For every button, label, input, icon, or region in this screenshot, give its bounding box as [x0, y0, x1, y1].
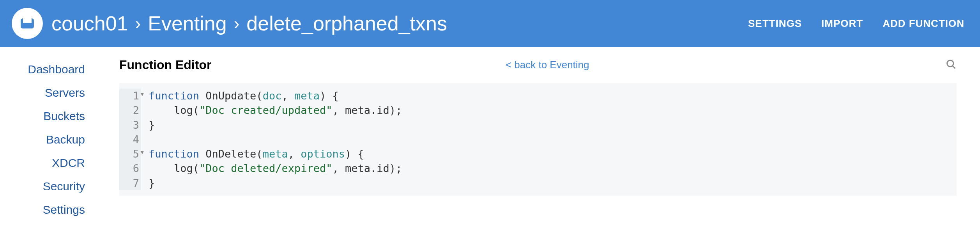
- line-number: 6: [119, 161, 141, 175]
- code-text[interactable]: log("Doc deleted/expired", meta.id);: [149, 161, 402, 175]
- code-line: 2 log("Doc created/updated", meta.id);: [119, 103, 957, 117]
- fold-gutter: [141, 118, 149, 132]
- back-to-eventing-link[interactable]: < back to Eventing: [506, 59, 589, 71]
- line-number: 5: [119, 147, 141, 161]
- sidebar-item-dashboard[interactable]: Dashboard: [0, 58, 101, 81]
- main-area: Dashboard Servers Buckets Backup XDCR Se…: [0, 47, 980, 222]
- code-line: 6 log("Doc deleted/expired", meta.id);: [119, 161, 957, 175]
- breadcrumb-section[interactable]: Eventing: [148, 12, 226, 35]
- line-number: 1: [119, 89, 141, 103]
- content-header: Function Editor < back to Eventing: [119, 58, 957, 72]
- line-number: 2: [119, 103, 141, 117]
- sidebar-item-servers[interactable]: Servers: [0, 81, 101, 105]
- line-number: 7: [119, 176, 141, 190]
- content-area: Function Editor < back to Eventing 1 ▼ f…: [101, 47, 980, 222]
- sidebar-item-xdcr[interactable]: XDCR: [0, 151, 101, 175]
- line-number: 4: [119, 132, 141, 147]
- header-actions: SETTINGS IMPORT ADD FUNCTION: [748, 18, 964, 30]
- code-line: 7 }: [119, 176, 957, 190]
- code-line: 1 ▼ function OnUpdate(doc, meta) {: [119, 89, 957, 103]
- code-line: 3 }: [119, 118, 957, 132]
- sidebar-nav: Dashboard Servers Buckets Backup XDCR Se…: [0, 47, 101, 222]
- breadcrumb: couch01 › Eventing › delete_orphaned_txn…: [51, 12, 748, 35]
- chevron-right-icon: ›: [135, 14, 141, 33]
- add-function-link[interactable]: ADD FUNCTION: [883, 18, 964, 30]
- fold-gutter: [141, 132, 149, 147]
- fold-triangle-icon[interactable]: ▼: [141, 147, 149, 161]
- breadcrumb-function: delete_orphaned_txns: [246, 12, 447, 35]
- code-text[interactable]: function OnUpdate(doc, meta) {: [149, 89, 339, 103]
- code-line: 4: [119, 132, 957, 147]
- code-text[interactable]: function OnDelete(meta, options) {: [149, 147, 364, 161]
- code-text[interactable]: log("Doc created/updated", meta.id);: [149, 103, 402, 117]
- code-editor[interactable]: 1 ▼ function OnUpdate(doc, meta) { 2 log…: [119, 83, 957, 196]
- code-line: 5 ▼ function OnDelete(meta, options) {: [119, 147, 957, 161]
- code-text[interactable]: }: [149, 176, 155, 190]
- page-title: Function Editor: [119, 58, 211, 72]
- chevron-right-icon: ›: [234, 14, 240, 33]
- svg-point-0: [947, 60, 953, 66]
- sidebar-item-buckets[interactable]: Buckets: [0, 105, 101, 128]
- search-icon[interactable]: [946, 59, 957, 71]
- line-number: 3: [119, 118, 141, 132]
- sidebar-item-security[interactable]: Security: [0, 175, 101, 198]
- fold-gutter: [141, 176, 149, 190]
- fold-gutter: [141, 103, 149, 117]
- couchbase-logo-icon[interactable]: [12, 8, 43, 39]
- top-header: couch01 › Eventing › delete_orphaned_txn…: [0, 0, 980, 47]
- sidebar-item-settings[interactable]: Settings: [0, 198, 101, 222]
- svg-line-1: [952, 66, 955, 68]
- settings-link[interactable]: SETTINGS: [748, 18, 802, 30]
- code-text[interactable]: }: [149, 118, 155, 132]
- breadcrumb-cluster[interactable]: couch01: [51, 12, 128, 35]
- fold-triangle-icon[interactable]: ▼: [141, 89, 149, 103]
- sidebar-item-backup[interactable]: Backup: [0, 128, 101, 151]
- fold-gutter: [141, 161, 149, 175]
- import-link[interactable]: IMPORT: [821, 18, 863, 30]
